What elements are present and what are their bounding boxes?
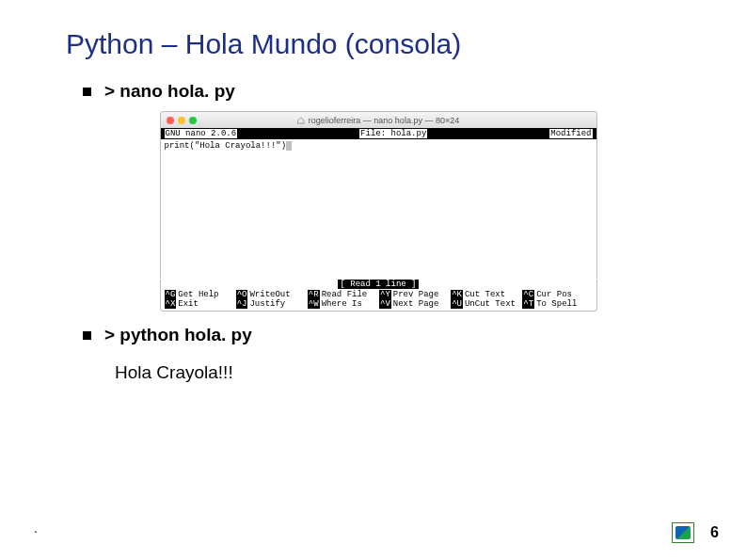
bullet-nano: > nano hola. py xyxy=(66,81,691,102)
shortcut-to-spell: ^TTo Spell xyxy=(522,299,592,309)
window-title-text: rogelioferreira — nano hola.py — 80×24 xyxy=(309,116,459,125)
shortcut-key: ^X xyxy=(165,299,177,309)
shortcut-key: ^C xyxy=(522,290,534,299)
close-icon[interactable] xyxy=(167,117,174,124)
shortcut-read-file: ^RRead File xyxy=(308,290,377,299)
shortcut-exit: ^XExit xyxy=(165,299,234,309)
shortcut-writeout: ^OWriteOut xyxy=(236,290,306,299)
bullet-python: > python hola. py xyxy=(66,325,691,345)
shortcut-label: UnCut Text xyxy=(465,299,516,309)
shortcut-key: ^K xyxy=(451,290,463,299)
bullet-text-nano: > nano hola. py xyxy=(104,81,235,102)
shortcut-label: Prev Page xyxy=(393,290,439,299)
nano-version: GNU nano 2.0.6 xyxy=(165,129,238,138)
shortcut-label: Justify xyxy=(249,299,285,309)
shortcut-label: WriteOut xyxy=(249,290,290,299)
shortcut-key: ^R xyxy=(308,290,320,299)
slide: Python – Hola Mundo (consola) > nano hol… xyxy=(0,0,747,560)
nano-footer: [ Read 1 line ] ^GGet Help ^OWriteOut ^R… xyxy=(160,280,597,312)
shortcut-justify: ^JJustify xyxy=(236,299,306,309)
terminal-window: rogelioferreira — nano hola.py — 80×24 G… xyxy=(160,111,597,312)
shortcut-label: Cut Text xyxy=(465,290,505,299)
window-title: rogelioferreira — nano hola.py — 80×24 xyxy=(297,116,459,125)
page-title: Python – Hola Mundo (consola) xyxy=(66,28,691,60)
shortcut-label: Where Is xyxy=(322,299,362,309)
shortcut-key: ^Y xyxy=(379,290,391,299)
bullet-text-python: > python hola. py xyxy=(104,325,252,345)
nano-status: Modified xyxy=(549,129,592,138)
shortcut-uncut-text: ^UUnCut Text xyxy=(451,299,520,309)
footer-dot: . xyxy=(34,520,38,536)
shortcut-label: Next Page xyxy=(393,299,439,309)
shortcut-key: ^J xyxy=(236,299,248,309)
editor-body[interactable]: print("Hola Crayola!!!") xyxy=(160,139,597,279)
shortcut-cut-text: ^KCut Text xyxy=(451,290,520,299)
shortcut-label: Exit xyxy=(178,299,199,309)
maximize-icon[interactable] xyxy=(189,117,197,124)
shortcut-label: To Spell xyxy=(536,299,577,309)
shortcut-prev-page: ^YPrev Page xyxy=(379,290,449,299)
shortcut-key: ^U xyxy=(451,299,463,309)
shortcut-cur-pos: ^CCur Pos xyxy=(522,290,592,299)
bullet-icon xyxy=(83,331,91,340)
mac-titlebar: rogelioferreira — nano hola.py — 80×24 xyxy=(160,111,597,128)
code-line: print("Hola Crayola!!!") xyxy=(165,141,287,151)
readline-text: [ Read 1 line ] xyxy=(338,280,418,289)
home-icon xyxy=(297,117,305,124)
shortcut-get-help: ^GGet Help xyxy=(165,290,234,299)
page-number: 6 xyxy=(710,524,719,541)
minimize-icon[interactable] xyxy=(178,117,185,124)
shortcut-key: ^O xyxy=(236,290,248,299)
shortcut-row-2: ^XExit ^JJustify ^WWhere Is ^VNext Page … xyxy=(161,299,596,309)
program-output: Hola Crayola!!! xyxy=(66,362,691,383)
shortcut-label: Get Help xyxy=(178,290,218,299)
bullet-icon xyxy=(83,88,91,96)
shortcut-next-page: ^VNext Page xyxy=(379,299,449,309)
shortcut-key: ^V xyxy=(379,299,391,309)
shortcut-where-is: ^WWhere Is xyxy=(308,299,377,309)
shortcut-key: ^W xyxy=(308,299,320,309)
shortcut-label: Read File xyxy=(322,290,368,299)
nano-file-label: File: hola.py xyxy=(359,129,427,138)
nano-readline: [ Read 1 line ] xyxy=(161,280,596,289)
logo-icon xyxy=(672,522,694,543)
nano-header-bar: GNU nano 2.0.6 File: hola.py Modified xyxy=(160,128,597,139)
cursor-icon xyxy=(286,141,292,151)
shortcut-label: Cur Pos xyxy=(536,290,572,299)
shortcut-key: ^T xyxy=(522,299,534,309)
shortcut-key: ^G xyxy=(165,290,177,299)
shortcut-row-1: ^GGet Help ^OWriteOut ^RRead File ^YPrev… xyxy=(161,290,596,299)
